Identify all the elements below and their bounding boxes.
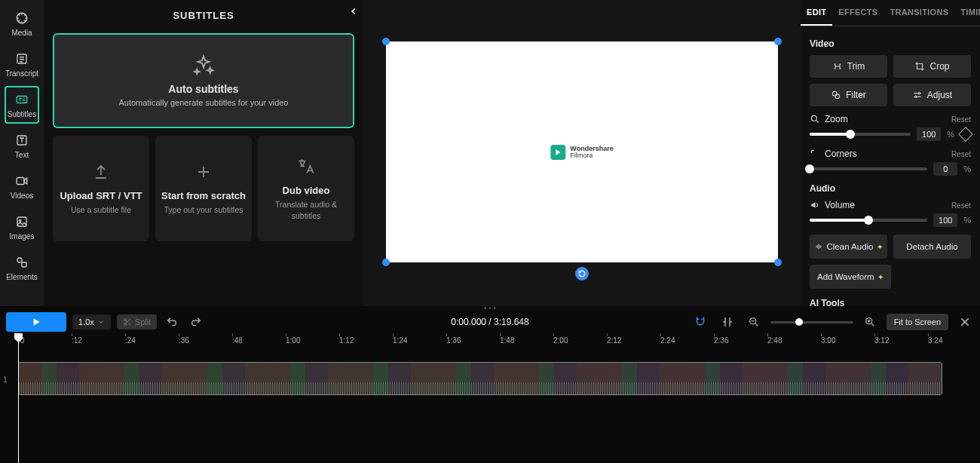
sparkles-icon [192,54,215,77]
split-button[interactable]: Split [117,314,157,330]
nav-elements[interactable]: Elements [5,249,39,287]
nav-subtitles[interactable]: Subtitles [5,86,39,124]
magnet-button[interactable] [691,314,710,330]
volume-icon [810,200,820,210]
corners-value[interactable]: 0 [933,162,957,176]
resize-handle-br[interactable] [774,259,782,266]
svg-point-11 [918,93,920,94]
ruler-tick: 2:12 [607,336,621,345]
nav-label: Transcript [5,69,38,78]
panel-title: SUBTITLES [173,10,234,21]
svg-point-9 [832,91,837,96]
ruler-tick: :48 [232,336,243,345]
card-title: Upload SRT / VTT [60,190,142,201]
zoom-reset[interactable]: Reset [951,115,971,124]
corners-unit: % [963,164,971,173]
nav-label: Elements [6,273,38,281]
resize-handle-tl[interactable] [382,38,390,45]
zoom-out-button[interactable] [745,314,763,330]
card-title: Dub video [283,185,330,196]
transcript-icon [14,51,29,66]
volume-value[interactable]: 100 [933,213,957,227]
volume-slider[interactable] [810,219,927,222]
tab-effects[interactable]: EFFECTS [832,0,884,26]
redo-button[interactable] [187,314,205,330]
nav-label: Text [15,151,29,159]
video-clip[interactable] [18,362,942,395]
ruler-tick: 1:48 [500,336,514,345]
ruler-tick: 1:00 [286,336,300,345]
volume-reset[interactable]: Reset [951,201,971,210]
svg-rect-5 [17,217,26,226]
track-number: 1 [3,376,8,384]
nav-images[interactable]: Images [5,208,39,246]
nav-label: Subtitles [8,110,36,118]
play-button[interactable] [6,312,66,332]
nav-transcript[interactable]: Transcript [5,45,39,83]
nav-videos[interactable]: Videos [5,167,39,205]
svg-point-12 [914,96,916,97]
clean-icon [814,242,823,251]
volume-unit: % [963,216,971,225]
rotate-handle[interactable] [575,267,589,281]
ruler-tick: :24 [125,336,136,345]
timeline-zoom-slider[interactable] [770,321,853,323]
resize-handle-tr[interactable] [774,38,782,45]
auto-subtitles-card[interactable]: Auto subtitles Automatically generate su… [53,33,354,128]
collapse-panel-button[interactable] [348,6,359,17]
timeline[interactable]: :0:12:24:36:481:001:121:241:361:482:002:… [0,333,980,463]
nav-label: Videos [11,192,33,200]
tab-timing[interactable]: TIMING [954,0,980,26]
add-waveform-button[interactable]: Add Waveform✦ [810,265,891,289]
close-button[interactable] [956,313,974,331]
undo-button[interactable] [163,314,181,330]
wm-line2: Filmora [570,152,613,159]
corners-label: Corners [825,149,857,159]
nav-text[interactable]: Text [5,127,39,164]
upload-srt-card[interactable]: Upload SRT / VTT Use a subtitle file [53,136,149,241]
clean-audio-button[interactable]: Clean Audio✦ [810,235,887,259]
dub-video-card[interactable]: Dub video Translate audio & subtitles [258,136,354,241]
ruler-tick: 2:24 [660,336,675,345]
auto-sub: Automatically generate subtitles for you… [118,98,288,107]
playback-speed[interactable]: 1.0x [72,314,111,330]
ruler-tick: 3:00 [821,336,835,345]
fit-to-screen-button[interactable]: Fit to Screen [887,314,948,330]
snap-button[interactable] [718,314,737,330]
card-sub: Translate audio & subtitles [264,199,348,220]
svg-point-13 [811,115,816,121]
timeline-toolbar: 1.0x Split 0:00.000 / 3:19.648 Fit to Sc… [0,311,980,333]
video-section-label: Video [810,38,971,49]
start-scratch-card[interactable]: Start from scratch Type out your subtitl… [155,136,252,241]
playhead[interactable] [18,333,19,463]
timeline-ruler[interactable]: :0:12:24:36:481:001:121:241:361:482:002:… [0,333,980,350]
zoom-unit: % [947,130,954,139]
corners-slider[interactable] [810,167,927,170]
tab-transitions[interactable]: TRANSITIONS [884,0,954,26]
nav-media[interactable]: Media [5,5,39,42]
tab-edit[interactable]: EDIT [801,0,832,26]
detach-audio-button[interactable]: Detach Audio [893,235,971,259]
translate-icon [296,156,316,177]
zoom-in-button[interactable] [861,314,879,330]
zoom-slider[interactable] [810,133,911,136]
nav-label: Media [11,29,32,37]
corners-icon [810,149,820,159]
resize-handle-bl[interactable] [382,259,390,266]
sparkle-icon: ✦ [877,243,883,251]
svg-rect-8 [22,262,26,267]
properties-panel: EDIT EFFECTS TRANSITIONS TIMING Video Tr… [801,0,980,306]
adjust-button[interactable]: Adjust [893,84,971,106]
zoom-value[interactable]: 100 [917,127,941,141]
ruler-tick: 3:24 [928,336,942,345]
chevron-down-icon [97,318,105,326]
filter-button[interactable]: Filter [810,84,887,106]
zoom-label: Zoom [825,114,848,124]
ai-section-label: AI Tools [810,298,971,306]
audio-section-label: Audio [810,183,971,194]
trim-button[interactable]: Trim [810,55,887,78]
video-canvas[interactable]: WondershareFilmora [386,41,778,262]
crop-button[interactable]: Crop [893,55,971,78]
zoom-keyframe[interactable] [958,127,973,142]
corners-reset[interactable]: Reset [951,150,971,158]
